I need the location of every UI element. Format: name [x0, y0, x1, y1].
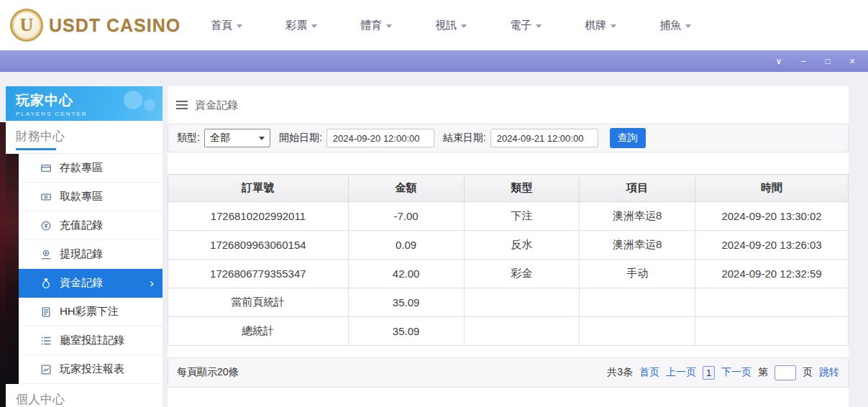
cell-time: 2024-09-20 13:30:02 [695, 202, 849, 231]
sidebar-item-withdraw-records[interactable]: 提現記錄 [19, 240, 163, 269]
first-page-link[interactable]: 首页 [639, 366, 659, 379]
chevron-down-icon [536, 24, 542, 28]
search-button[interactable]: 查詢 [610, 128, 646, 148]
sidebar-item-hh-lottery-bets[interactable]: HH彩票下注 [19, 298, 163, 326]
sidebar-item-withdraw[interactable]: 取款專區 [19, 183, 163, 211]
player-center-subtitle: PLAYERS CENTER [16, 111, 163, 117]
jump-link[interactable]: 跳转 [819, 366, 839, 379]
chevron-down-icon [237, 24, 242, 28]
nav-item-card-games[interactable]: 棋牌 [563, 19, 638, 32]
coin-hand-icon [40, 249, 52, 260]
breadcrumb: 資金記錄 [168, 86, 849, 124]
chevron-down-icon [311, 24, 317, 28]
select-caret-icon [259, 137, 265, 140]
nav-label: 電子 [510, 19, 531, 32]
nav-label: 體育 [360, 19, 382, 32]
nav-item-slots[interactable]: 電子 [488, 19, 563, 32]
cell-time: 2024-09-20 12:32:59 [695, 260, 849, 288]
cell-order-no: 1726809963060154 [168, 231, 349, 260]
cell-amount: -7.00 [348, 202, 464, 231]
personal-section-title: 個人中心 [6, 384, 163, 407]
maximize-icon[interactable]: □ [822, 57, 833, 65]
nav-item-fishing[interactable]: 捕魚 [638, 19, 713, 32]
nav-item-home[interactable]: 首頁 [189, 19, 264, 32]
current-page-button[interactable]: 1 [703, 366, 715, 380]
sidebar-item-label: 資金記錄 [60, 276, 103, 290]
cell-amount: 35.09 [348, 288, 464, 317]
cell-empty [695, 288, 849, 317]
col-header-item: 項目 [580, 175, 695, 202]
cell-label: 當前頁統計 [168, 288, 349, 317]
end-date-input[interactable] [490, 129, 598, 147]
cell-item: 手动 [580, 260, 695, 288]
chevron-down-icon [461, 24, 467, 28]
pagination-controls: 共3条 首页 上一页 1 下一页 第 页 跳转 [607, 365, 839, 380]
col-header-type: 類型 [464, 175, 580, 202]
menu-icon[interactable] [176, 101, 188, 109]
pagination-bar: 每頁顯示20條 共3条 首页 上一页 1 下一页 第 页 跳转 [168, 357, 849, 388]
sidebar-item-player-bet-report[interactable]: 玩家投注報表 [19, 355, 163, 384]
filter-bar: 類型: 全部 開始日期: 結束日期: 查詢 [168, 124, 849, 152]
collapse-chevron-icon[interactable]: ∨ [773, 57, 785, 65]
nav-item-live-video[interactable]: 視訊 [414, 19, 488, 32]
nav-item-lottery[interactable]: 彩票 [264, 19, 339, 32]
section-accent-underline [16, 148, 56, 150]
site-logo[interactable]: U USDT CASINO [0, 9, 181, 42]
cell-empty [464, 288, 580, 317]
list-icon [40, 335, 52, 347]
sidebar-item-label: HH彩票下注 [60, 305, 119, 319]
cell-type: 下注 [464, 202, 580, 231]
finance-section-title: 財務中心 [6, 121, 163, 154]
site-header: U USDT CASINO 首頁 彩票 體育 視訊 電子 棋牌 捕魚 [0, 0, 868, 50]
col-header-amount: 金額 [348, 175, 464, 202]
nav-label: 捕魚 [659, 19, 681, 32]
nav-label: 視訊 [435, 19, 457, 32]
page-suffix-text: 页 [803, 366, 813, 379]
cell-empty [464, 317, 580, 346]
cell-type: 彩金 [464, 260, 580, 288]
start-date-input[interactable] [326, 129, 434, 147]
sidebar-item-recharge-records[interactable]: 充值記錄 [19, 211, 163, 240]
nav-label: 彩票 [285, 19, 307, 32]
sidebar-item-room-bet-records[interactable]: 廳室投註記錄 [19, 326, 163, 355]
document-icon [40, 306, 52, 318]
next-page-link[interactable]: 下一页 [721, 366, 751, 379]
main-content: 資金記錄 類型: 全部 開始日期: 結束日期: 查詢 [168, 86, 849, 407]
end-date-label: 結束日期: [443, 132, 486, 145]
nav-label: 首頁 [211, 19, 232, 32]
table-header-row: 訂單號 金額 類型 項目 時間 [168, 175, 849, 202]
main-nav: 首頁 彩票 體育 視訊 電子 棋牌 捕魚 [189, 19, 713, 32]
cell-item: 澳洲幸运8 [580, 202, 695, 231]
sidebar-item-label: 取款專區 [60, 190, 103, 204]
col-header-time: 時間 [695, 175, 849, 202]
page-size-text: 每頁顯示20條 [177, 366, 239, 379]
minimize-icon[interactable]: − [798, 56, 809, 66]
sidebar-item-deposit[interactable]: 存款專區 [19, 154, 163, 183]
window-titlebar: ∨ − □ × [0, 50, 868, 72]
cell-item: 澳洲幸运8 [580, 231, 695, 260]
cell-amount: 0.09 [348, 231, 464, 260]
sidebar-item-label: 充值記錄 [60, 219, 103, 232]
cell-order-no: 1726810202992011 [168, 202, 349, 231]
player-center-header: 玩家中心 PLAYERS CENTER [6, 86, 163, 121]
cell-time: 2024-09-20 13:26:03 [695, 231, 849, 260]
app-window: U USDT CASINO 首頁 彩票 體育 視訊 電子 棋牌 捕魚 ∨ − □… [0, 0, 868, 407]
page-number-input[interactable] [775, 365, 796, 380]
table-row: 1726810202992011 -7.00 下注 澳洲幸运8 2024-09-… [168, 202, 849, 231]
total-count-text: 共3条 [607, 366, 633, 379]
type-select[interactable]: 全部 [204, 129, 270, 147]
page-prefix-text: 第 [758, 366, 768, 379]
logo-icon: U [10, 9, 43, 42]
page-title: 資金記錄 [195, 99, 238, 112]
table-row: 1726806779355347 42.00 彩金 手动 2024-09-20 … [168, 260, 849, 288]
sidebar-item-label: 廳室投註記錄 [60, 334, 124, 347]
prev-page-link[interactable]: 上一页 [666, 366, 696, 379]
type-label: 類型: [177, 132, 200, 145]
start-date-label: 開始日期: [279, 132, 322, 145]
logo-text: USDT CASINO [49, 15, 181, 36]
player-center-title: 玩家中心 [16, 91, 163, 110]
nav-item-sports[interactable]: 體育 [339, 19, 414, 32]
sidebar-item-funds-records[interactable]: 資金記錄 › [19, 269, 163, 298]
cell-empty [580, 317, 695, 346]
close-icon[interactable]: × [846, 56, 858, 66]
